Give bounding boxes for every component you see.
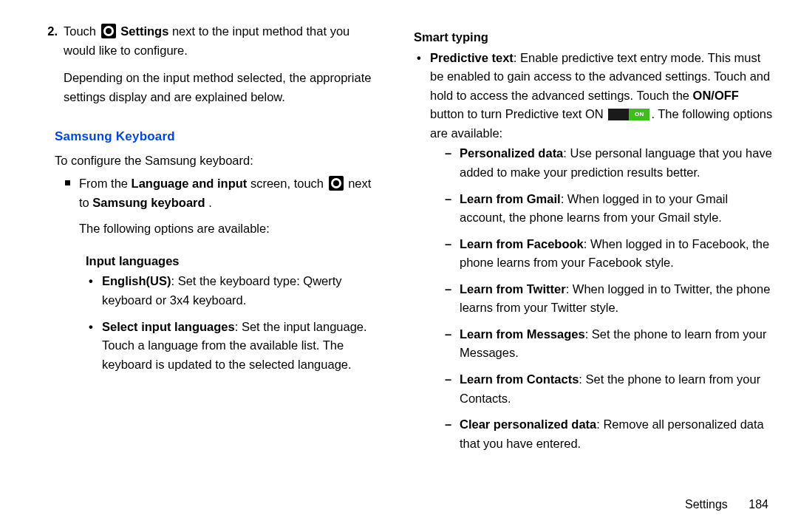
- list-item: – Learn from Messages: Set the phone to …: [445, 325, 776, 363]
- sub-heading-smart-typing: Smart typing: [414, 28, 776, 47]
- right-column: Smart typing • Predictive text: Enable p…: [414, 22, 776, 525]
- toggle-off-track: [608, 109, 629, 120]
- dot-list: • Predictive text: Enable predictive tex…: [414, 49, 776, 461]
- bullet-line-1: From the Language and input screen, touc…: [79, 174, 384, 212]
- bullet-icon: •: [414, 49, 424, 461]
- step-body: Touch Settings next to the input method …: [64, 22, 384, 115]
- sub-heading-input-languages: Input languages: [86, 252, 384, 271]
- item-body: Clear personalized data: Remove all pers…: [460, 415, 776, 453]
- bold: Learn from Facebook: [460, 237, 584, 250]
- bold: Personalized data: [460, 146, 563, 160]
- bold: Select input languages: [102, 320, 235, 333]
- list-item: – Clear personalized data: Remove all pe…: [445, 415, 776, 453]
- text: Touch: [64, 24, 100, 38]
- item-body: Select input languages: Set the input la…: [102, 318, 384, 375]
- item-body: English(US): Set the keyboard type: Qwer…: [102, 272, 384, 310]
- settings-label: Settings: [120, 24, 168, 38]
- bullet-line-2: The following options are available:: [79, 219, 384, 239]
- bold: Language and input: [132, 177, 248, 190]
- toggle-on-track: ON: [629, 109, 649, 120]
- dash-icon: –: [445, 235, 455, 273]
- left-column: 2. Touch Settings next to the input meth…: [22, 22, 384, 525]
- text: button to turn Predictive text ON: [430, 107, 607, 120]
- bullet-icon: •: [86, 318, 96, 375]
- settings-icon: [101, 24, 116, 38]
- list-item: • Predictive text: Enable predictive tex…: [414, 49, 776, 461]
- footer-section: Settings: [685, 498, 728, 511]
- item-body: Personalized data: Use personal language…: [460, 144, 776, 182]
- item-body: Learn from Twitter: When logged in to Tw…: [460, 280, 776, 318]
- dash-list: – Personalized data: Use personal langua…: [445, 144, 776, 453]
- bullet-body: From the Language and input screen, touc…: [79, 174, 384, 246]
- item-body: Predictive text: Enable predictive text …: [430, 49, 776, 461]
- dash-icon: –: [445, 190, 455, 228]
- step-2-line-1: Touch Settings next to the input method …: [64, 22, 384, 60]
- item-body: Learn from Messages: Set the phone to le…: [460, 325, 776, 363]
- list-item: – Learn from Gmail: When logged in to yo…: [445, 190, 776, 228]
- toggle-on-icon: ON: [608, 109, 649, 120]
- bullet-icon: •: [86, 272, 96, 310]
- step-number: 2.: [22, 22, 58, 115]
- bold: Samsung keyboard: [92, 196, 205, 209]
- dash-icon: –: [445, 144, 455, 182]
- footer-page-number: 184: [748, 498, 768, 511]
- dash-icon: –: [445, 280, 455, 318]
- bold: Learn from Gmail: [460, 192, 561, 205]
- text: screen, touch: [250, 177, 327, 190]
- item-body: Learn from Gmail: When logged in to your…: [460, 190, 776, 228]
- intro-text: To configure the Samsung keyboard:: [55, 151, 384, 171]
- square-bullet: From the Language and input screen, touc…: [65, 174, 384, 246]
- bold: Learn from Contacts: [460, 372, 579, 386]
- list-item: – Learn from Twitter: When logged in to …: [445, 280, 776, 318]
- list-item: • English(US): Set the keyboard type: Qw…: [86, 272, 384, 310]
- step-2-line-2: Depending on the input method selected, …: [64, 69, 384, 106]
- section-heading-samsung-keyboard: Samsung Keyboard: [55, 127, 384, 146]
- list-item: – Personalized data: Use personal langua…: [445, 144, 776, 182]
- item-body: Learn from Contacts: Set the phone to le…: [460, 370, 776, 408]
- list-item: – Learn from Facebook: When logged in to…: [445, 235, 776, 273]
- bold: Learn from Messages: [460, 327, 585, 341]
- bold: Learn from Twitter: [460, 282, 566, 296]
- dash-icon: –: [445, 415, 455, 453]
- list-item: • Select input languages: Set the input …: [86, 318, 384, 375]
- text: From the: [79, 177, 132, 190]
- dash-icon: –: [445, 325, 455, 363]
- text: .: [208, 196, 212, 209]
- item-body: Learn from Facebook: When logged in to F…: [460, 235, 776, 273]
- page-footer: Settings 184: [685, 496, 768, 514]
- bold: English(US): [102, 274, 171, 287]
- dot-list: • English(US): Set the keyboard type: Qw…: [86, 272, 384, 374]
- bold: Predictive text: [430, 51, 514, 64]
- square-icon: [65, 180, 70, 185]
- bold: ON/OFF: [693, 89, 739, 102]
- bold: Clear personalized data: [460, 417, 596, 431]
- page: 2. Touch Settings next to the input meth…: [0, 0, 798, 532]
- list-item: – Learn from Contacts: Set the phone to …: [445, 370, 776, 408]
- step-2: 2. Touch Settings next to the input meth…: [22, 22, 384, 115]
- dash-icon: –: [445, 370, 455, 408]
- settings-icon: [329, 176, 344, 191]
